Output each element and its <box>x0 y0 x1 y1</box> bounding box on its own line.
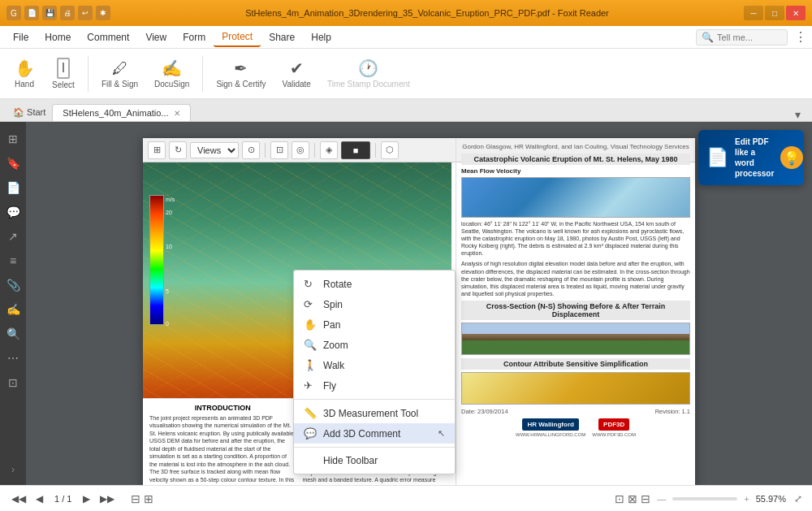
menu-spin-label: Spin <box>323 299 343 310</box>
pdf-document: ⊞ ↻ Views ⊙ ⊡ ◎ ◈ ■ ⬡ <box>143 138 695 485</box>
toolbar-hand[interactable]: ✋ Hand <box>6 55 42 92</box>
status-right: ⊡ ⊠ ⊟ — + 55.97% ⤢ <box>615 492 804 506</box>
tab-start-label: Start <box>27 107 45 117</box>
nav-first-page[interactable]: ◀◀ <box>8 492 29 506</box>
home-icon: 🏠 <box>13 107 24 117</box>
date-revision-info: Date: 23/09/2014 Revision: 1.1 <box>461 408 690 415</box>
sidebar-bookmarks[interactable]: 🔖 <box>2 153 24 174</box>
3d-toolbar-btn1[interactable]: ⊙ <box>242 141 260 159</box>
zoom-label: 55.97% <box>756 494 786 504</box>
fill-sign-icon: 🖊 <box>112 59 128 78</box>
3d-toolbar-btn2[interactable]: ⊡ <box>270 141 288 159</box>
pdf3d-logo: PDF3D WWW.PDF3D.COM <box>592 418 636 437</box>
sidebar-more2[interactable]: ⊡ <box>2 372 24 393</box>
menu-pan[interactable]: ✋ Pan <box>294 314 455 335</box>
sidebar-pages[interactable]: 📄 <box>2 177 24 198</box>
scale-label-4: 0 <box>166 321 169 327</box>
window-title: StHelens_4m_Animation_3Drendering_35_Vol… <box>115 8 739 18</box>
sidebar-navigation[interactable]: ⊞ <box>2 128 24 149</box>
nav-prev-page[interactable]: ◀ <box>32 492 46 506</box>
left-sidebar: ⊞ 🔖 📄 💬 ↗ ≡ 📎 ✍ 🔍 ⋯ ⊡ › <box>0 122 26 485</box>
view-icon-2[interactable]: ⊠ <box>628 492 637 505</box>
maximize-button[interactable]: □ <box>765 6 784 20</box>
menu-overflow[interactable]: ⋮ <box>794 29 807 45</box>
search-input[interactable] <box>717 32 782 42</box>
menu-home[interactable]: Home <box>37 28 79 46</box>
walk-icon: 🚶 <box>304 359 317 371</box>
toolbar-timestamp[interactable]: 🕐 Time Stamp Document <box>321 55 417 92</box>
tab-dropdown-button[interactable]: ▾ <box>790 108 806 121</box>
tab-start[interactable]: 🏠 Start <box>6 104 52 121</box>
menu-form[interactable]: Form <box>175 28 214 46</box>
fullscreen-button[interactable]: ⤢ <box>793 492 804 506</box>
toolbar-select[interactable]: I Select <box>45 54 81 93</box>
dropdown-menu: ↻ Rotate ⟳ Spin ✋ Pan 🔍 Zoom 🚶 Walk <box>293 270 456 474</box>
tab-document[interactable]: StHelens_40m_Animatio... ✕ <box>52 104 190 121</box>
menu-help[interactable]: Help <box>303 28 339 46</box>
toolbar-sign-certify[interactable]: ✒ Sign & Certify <box>209 55 272 92</box>
menu-spin[interactable]: ⟳ Spin <box>294 294 455 314</box>
menu-measurement[interactable]: 📏 3D Measurement Tool <box>294 403 455 423</box>
zoom-slider[interactable] <box>672 497 737 500</box>
tab-close-button[interactable]: ✕ <box>174 109 180 118</box>
continuous-page-icon[interactable]: ⊞ <box>144 492 153 505</box>
menu-comment[interactable]: Comment <box>79 28 137 46</box>
3d-toolbar-btn3[interactable]: ◎ <box>292 141 309 159</box>
sidebar-share[interactable]: ↗ <box>2 226 24 247</box>
sidebar-layers[interactable]: ≡ <box>2 250 24 271</box>
3d-toolbar-btn4[interactable]: ◈ <box>320 141 338 159</box>
single-page-icon[interactable]: ⊟ <box>131 492 140 505</box>
toolbar-timestamp-label: Time Stamp Document <box>327 80 410 89</box>
fly-icon: ✈ <box>304 379 317 392</box>
toolbar-docusign[interactable]: ✍ DocuSign <box>148 55 196 92</box>
toolbar-select-label: Select <box>52 80 75 89</box>
3d-toolbar-btn6[interactable]: ⬡ <box>381 141 399 159</box>
intro-col-left: INTRODUCTION The joint project represent… <box>149 404 296 485</box>
menu-search-box[interactable]: 🔍 <box>696 29 788 45</box>
toolbar-sep-2 <box>202 56 203 92</box>
sidebar-collapse[interactable]: › <box>8 461 18 479</box>
close-button[interactable]: ✕ <box>786 6 806 20</box>
toolbar-docusign-label: DocuSign <box>154 80 189 89</box>
sidebar-signatures[interactable]: ✍ <box>2 299 24 320</box>
menu-hide-toolbar[interactable]: Hide Toolbar <box>294 451 455 470</box>
location-text: location: 46° 11' 28" N 122° 11' 40" W, … <box>461 220 690 257</box>
rotate-icon: ↻ <box>304 278 317 290</box>
scale-label-3: 5 <box>166 288 169 294</box>
hr-wallingford-logo: HR Wallingford WWW.HRWALLINGFORD.COM <box>516 418 585 437</box>
edit-pdf-banner[interactable]: 📄 Edit PDF like a word processor 💡 <box>698 130 804 185</box>
menu-rotate[interactable]: ↻ Rotate <box>294 274 455 294</box>
lightbulb-icon: 💡 <box>780 146 803 169</box>
menu-fly[interactable]: ✈ Fly <box>294 375 455 396</box>
menu-zoom[interactable]: 🔍 Zoom <box>294 335 455 355</box>
sidebar-attachments[interactable]: 📎 <box>2 275 24 296</box>
toolbar-validate[interactable]: ✔ Validate <box>276 55 317 92</box>
status-bar: ◀◀ ◀ 1 / 1 ▶ ▶▶ ⊟ ⊞ ⊡ ⊠ ⊟ — + 55.97% ⤢ <box>0 485 812 511</box>
menu-walk[interactable]: 🚶 Walk <box>294 355 455 375</box>
3d-toolbar-home[interactable]: ⊞ <box>148 141 166 159</box>
view-icon-1[interactable]: ⊡ <box>615 492 624 505</box>
toolbar-fill-label: Fill & Sign <box>102 80 138 89</box>
menu-protect[interactable]: Protect <box>214 28 261 47</box>
sidebar-comment[interactable]: 💬 <box>2 201 24 223</box>
nav-next-page[interactable]: ▶ <box>80 492 93 506</box>
minimize-button[interactable]: ─ <box>744 6 763 20</box>
menu-pan-label: Pan <box>323 319 340 331</box>
sidebar-search[interactable]: 🔍 <box>2 323 24 344</box>
menu-add-3d-comment[interactable]: 💬 Add 3D Comment ↖ <box>294 423 455 444</box>
3d-toolbar-btn5[interactable]: ■ <box>341 141 370 159</box>
menu-zoom-label: Zoom <box>323 340 348 351</box>
menu-file[interactable]: File <box>5 28 37 46</box>
sidebar-more1[interactable]: ⋯ <box>2 348 24 369</box>
nav-last-page[interactable]: ▶▶ <box>97 492 118 506</box>
page-indicator: 1 / 1 <box>50 494 76 504</box>
view-icon-3[interactable]: ⊟ <box>641 492 650 505</box>
menu-view[interactable]: View <box>137 28 175 46</box>
3d-views-select[interactable]: Views <box>190 142 239 158</box>
dropdown-sep-2 <box>294 447 455 448</box>
3d-toolbar-rotate[interactable]: ↻ <box>169 141 187 159</box>
toolbar-fill-sign[interactable]: 🖊 Fill & Sign <box>95 56 145 92</box>
menu-share[interactable]: Share <box>261 28 303 46</box>
title-bar: G 📄 💾 🖨 ↩ ✱ StHelens_4m_Animation_3Drend… <box>0 0 812 26</box>
window-controls[interactable]: ─ □ ✕ <box>744 6 806 20</box>
